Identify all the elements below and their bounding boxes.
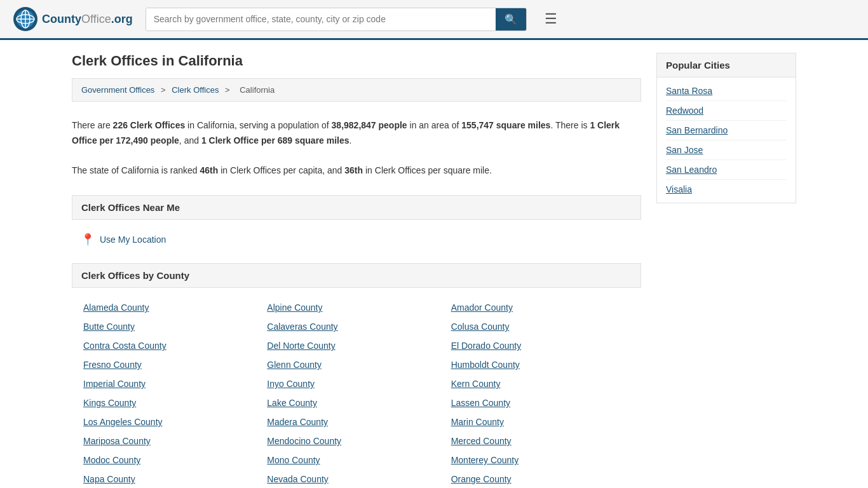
site-logo[interactable]: CountyOffice.org [13,6,133,32]
county-link[interactable]: El Dorado County [449,336,632,355]
rank-area: 36th [344,165,363,175]
location-icon: 📍 [81,233,95,247]
county-link[interactable]: Humboldt County [449,355,632,374]
breadcrumb-california: California [240,85,275,95]
site-header: CountyOffice.org 🔍 ☰ [0,0,868,40]
offices-count: 226 Clerk Offices [113,120,186,130]
search-input[interactable] [146,8,496,30]
county-link[interactable]: Monterey County [449,451,632,470]
description: There are 226 Clerk Offices in Californi… [72,112,641,185]
county-link[interactable]: Amador County [449,298,632,317]
per-area: 1 Clerk Office per 689 square miles [201,135,349,146]
county-link[interactable]: Marin County [449,412,632,431]
main-container: Clerk Offices in California Government O… [59,40,809,488]
sidebar-city-link[interactable]: Redwood [666,101,787,121]
search-button[interactable]: 🔍 [496,8,526,30]
breadcrumb-sep-2: > [225,85,232,95]
content-area: Clerk Offices in California Government O… [72,53,641,488]
search-icon: 🔍 [505,14,517,25]
county-link[interactable]: Kings County [81,393,264,412]
breadcrumb-sep-1: > [161,85,168,95]
county-link[interactable]: Calaveras County [264,317,448,336]
county-link[interactable]: Napa County [81,470,264,488]
county-link[interactable]: Kern County [449,374,632,393]
menu-button[interactable]: ☰ [539,8,562,30]
county-link[interactable]: Butte County [81,317,264,336]
county-link[interactable]: Lassen County [449,393,632,412]
county-link[interactable]: Imperial County [81,374,264,393]
county-link[interactable]: Del Norte County [264,336,448,355]
county-link[interactable]: Mendocino County [264,431,448,451]
county-link[interactable]: Fresno County [81,355,264,374]
county-grid: Alameda CountyAlpine CountyAmador County… [72,294,641,488]
breadcrumb-clerk-offices[interactable]: Clerk Offices [172,85,219,95]
county-link[interactable]: Los Angeles County [81,412,264,431]
by-county-header: Clerk Offices by County [72,263,641,288]
use-location-link[interactable]: Use My Location [100,234,166,245]
county-link[interactable]: Mono County [264,451,448,470]
logo-icon [13,6,38,32]
county-link[interactable]: Mariposa County [81,431,264,451]
sidebar-city-link[interactable]: San Jose [666,140,787,160]
county-link[interactable]: Lake County [264,393,448,412]
sidebar-city-link[interactable]: San Bernardino [666,121,787,140]
county-link[interactable]: Alpine County [264,298,448,317]
county-link[interactable]: Nevada County [264,470,448,488]
county-link[interactable]: Orange County [449,470,632,488]
county-link[interactable]: Madera County [264,412,448,431]
sidebar-title: Popular Cities [656,53,796,78]
location-area: 📍 Use My Location [72,226,641,253]
population: 38,982,847 people [332,120,407,130]
logo-text: CountyOffice.org [42,13,133,26]
sidebar-list: Santa RosaRedwoodSan BernardinoSan JoseS… [656,78,796,203]
county-link[interactable]: Modoc County [81,451,264,470]
sidebar-city-link[interactable]: Visalia [666,180,787,199]
county-link[interactable]: Colusa County [449,317,632,336]
near-me-header: Clerk Offices Near Me [72,195,641,220]
area: 155,747 square miles [461,120,550,130]
county-link[interactable]: Alameda County [81,298,264,317]
sidebar-city-link[interactable]: Santa Rosa [666,81,787,101]
sidebar: Popular Cities Santa RosaRedwoodSan Bern… [656,53,796,488]
county-link[interactable]: Inyo County [264,374,448,393]
county-link[interactable]: Contra Costa County [81,336,264,355]
search-bar: 🔍 [146,8,527,31]
page-title: Clerk Offices in California [72,53,641,69]
breadcrumb-gov-offices[interactable]: Government Offices [81,85,154,95]
county-link[interactable]: Glenn County [264,355,448,374]
breadcrumb: Government Offices > Clerk Offices > Cal… [72,78,641,102]
rank-capita: 46th [200,165,219,175]
county-link[interactable]: Merced County [449,431,632,451]
sidebar-city-link[interactable]: San Leandro [666,160,787,180]
